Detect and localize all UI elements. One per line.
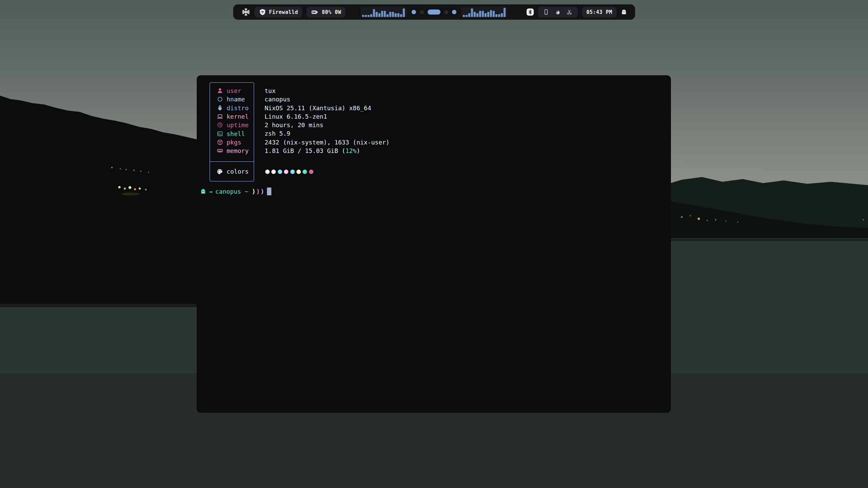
- fastfetch-value: canopus: [265, 95, 389, 103]
- graph-bar: [466, 15, 468, 17]
- graph-bar: [490, 10, 492, 17]
- terminal-cursor: [267, 188, 271, 195]
- fastfetch-colors-row: colors: [210, 162, 254, 181]
- fastfetch-row: hname: [210, 95, 254, 103]
- prompt-arrow: →: [209, 188, 213, 195]
- clock-label: 05:43 PM: [586, 9, 612, 15]
- fastfetch-row: memory: [210, 147, 254, 155]
- fastfetch-value: tux: [265, 86, 389, 95]
- graph-bar: [501, 13, 503, 17]
- graph-bar: [482, 11, 484, 17]
- palette-color-dot: [271, 170, 276, 174]
- hostname-icon: [216, 96, 223, 102]
- fastfetch-value: Linux 6.16.5-zen1: [265, 112, 389, 121]
- memory-graph-widget[interactable]: [461, 6, 508, 18]
- workspace-dot[interactable]: [452, 10, 457, 14]
- clock-icon: [216, 122, 223, 128]
- palette-color-dot: [265, 170, 270, 174]
- firewall-label: Firewalld: [269, 9, 298, 15]
- palette-color-dot: [284, 170, 288, 174]
- prompt-chevron: ): [252, 188, 256, 195]
- fastfetch-labels: userhnamedistrokerneluptimeshellpkgsmemo…: [210, 83, 254, 162]
- terminal-color-palette: [265, 170, 313, 174]
- user-icon: [216, 87, 223, 94]
- graph-bar: [493, 11, 495, 17]
- terminal-window[interactable]: userhnamedistrokerneluptimeshellpkgsmemo…: [197, 75, 671, 413]
- ghost-icon[interactable]: [621, 9, 627, 15]
- nixos-snowflake-icon[interactable]: [241, 7, 250, 17]
- cpu-graph-widget[interactable]: [361, 6, 407, 18]
- fastfetch-row: uptime: [210, 121, 254, 129]
- graph-bar: [381, 11, 383, 17]
- firewall-module[interactable]: Firewalld: [254, 7, 303, 18]
- graph-bar: [398, 13, 400, 17]
- prompt-chevrons: ))): [252, 188, 265, 195]
- palette-color-dot: [296, 170, 301, 174]
- graph-bar: [400, 14, 402, 17]
- graph-bar: [365, 15, 367, 17]
- graph-bar: [387, 14, 389, 17]
- graph-bar: [395, 13, 397, 17]
- graph-bar: [479, 11, 481, 17]
- firewall-shield-icon: [259, 8, 266, 16]
- fastfetch-value: zsh 5.9: [265, 129, 389, 138]
- graph-bar: [379, 13, 381, 17]
- graph-bar: [368, 15, 370, 17]
- fastfetch-row: shell: [210, 129, 254, 138]
- prompt-hostname: canopus: [215, 188, 241, 195]
- graph-bar: [485, 13, 487, 17]
- battery-icon: [311, 9, 319, 15]
- graph-bar: [504, 8, 506, 17]
- ghost-icon: [200, 189, 206, 195]
- fastfetch-value: 1.81 GiB / 15.03 GiB (12%): [265, 147, 389, 155]
- graph-bar: [471, 8, 473, 17]
- package-icon: [216, 139, 223, 145]
- graph-bar: [496, 14, 498, 17]
- graph-bar: [487, 12, 489, 17]
- fastfetch-label-box: userhnamedistrokerneluptimeshellpkgsmemo…: [210, 82, 254, 181]
- laptop-icon: [216, 113, 223, 120]
- status-bar: Firewalld 80% 0W 05:43 PM: [233, 4, 635, 20]
- fastfetch-row: user: [210, 86, 254, 95]
- palette-color-dot: [290, 170, 295, 174]
- graph-bar: [463, 15, 465, 17]
- palette-color-dot: [278, 170, 282, 174]
- memory-icon: [216, 148, 223, 154]
- fastfetch-value: NixOS 25.11 (Xantusia) x86_64: [265, 104, 389, 112]
- scissors-icon[interactable]: [566, 9, 573, 15]
- battery-module[interactable]: 80% 0W: [307, 7, 346, 18]
- graph-bar: [392, 12, 394, 17]
- spacer: [241, 188, 245, 195]
- fastfetch-label: memory: [227, 147, 249, 154]
- prompt-chevron: ): [261, 188, 265, 195]
- bluetooth-button[interactable]: [527, 8, 534, 16]
- fastfetch-row: pkgs: [210, 138, 254, 147]
- workspace-indicators: [412, 9, 457, 15]
- graph-bar: [384, 11, 386, 17]
- phone-icon[interactable]: [543, 9, 549, 15]
- fastfetch-label: kernel: [227, 113, 249, 120]
- flame-icon[interactable]: [555, 9, 561, 15]
- graph-bar: [370, 14, 372, 17]
- workspace-active-pill[interactable]: [428, 9, 441, 15]
- terminal-icon: [216, 131, 223, 137]
- fastfetch-value: 2432 (nix-system), 1633 (nix-user): [265, 138, 389, 147]
- bluetooth-icon: [528, 9, 533, 15]
- prompt-chevron: ): [256, 188, 261, 195]
- graph-bar: [376, 12, 378, 17]
- fastfetch-label: user: [227, 87, 241, 94]
- graph-bar: [403, 8, 405, 17]
- fastfetch-label: hname: [227, 96, 245, 103]
- fastfetch-label: pkgs: [227, 139, 241, 146]
- utilities-module: [538, 7, 578, 18]
- workspace-dot[interactable]: [420, 10, 424, 14]
- graph-bar: [477, 13, 479, 17]
- fastfetch-label: uptime: [227, 121, 249, 129]
- workspace-dot[interactable]: [412, 10, 416, 14]
- fastfetch-row: distro: [210, 104, 254, 112]
- penguin-icon: [216, 105, 223, 111]
- workspace-dot[interactable]: [444, 10, 448, 14]
- clock-module[interactable]: 05:43 PM: [582, 7, 617, 18]
- shell-prompt[interactable]: → canopus ~ ))): [200, 187, 271, 196]
- fastfetch-row: kernel: [210, 112, 254, 121]
